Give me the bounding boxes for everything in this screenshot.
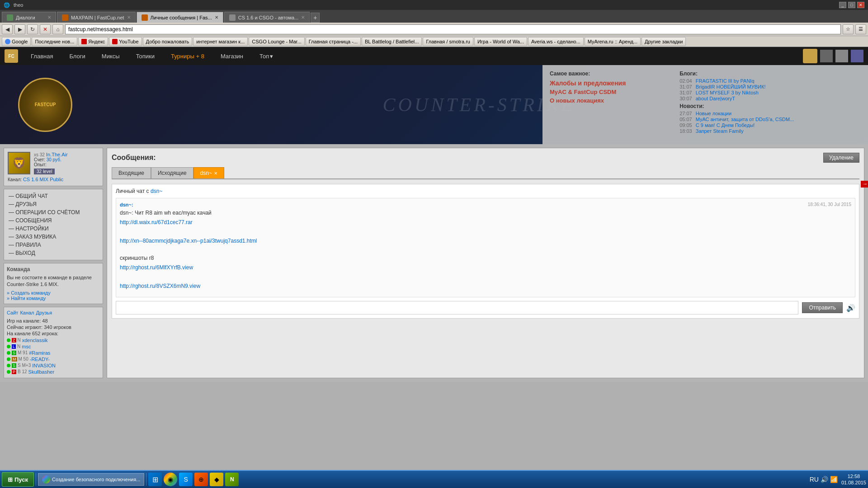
bookmark-welcome[interactable]: Добро пожаловать xyxy=(143,37,193,46)
blog-link-4[interactable]: about Dare|woryT xyxy=(696,96,735,101)
chat-link-1[interactable]: http://dl.waix.ru/67d1cec77.rar xyxy=(120,218,851,227)
stop-button[interactable]: ✕ xyxy=(40,24,51,34)
browser-tab-2[interactable]: MAXPAIN | FastCup.net ✕ xyxy=(57,12,136,23)
important-link-2[interactable]: MyAC & FastCup CSDM xyxy=(550,89,670,95)
taskbar-item-chrome[interactable]: Создание безопасного подключения... xyxy=(38,473,144,486)
player-name-6[interactable]: Skullbasher xyxy=(28,369,54,375)
news-link-1[interactable]: Новые локации xyxy=(696,111,731,116)
menu-muvik[interactable]: — ЗАКАЗ МУВИКА xyxy=(7,233,100,241)
bookmark-yandex[interactable]: Яндекс xyxy=(78,37,108,46)
bookmark-other[interactable]: Другие закладки xyxy=(642,37,686,46)
player-name-5[interactable]: INVASION xyxy=(32,363,56,368)
tab-close-1[interactable]: ✕ xyxy=(47,15,51,20)
taskbar-network-icon[interactable]: 📶 xyxy=(830,476,838,483)
menu-exit[interactable]: — ВЫХОД xyxy=(7,249,100,257)
user-score[interactable]: 30 руб. xyxy=(47,157,61,162)
nav-home[interactable]: Главная xyxy=(27,47,57,65)
user-name-link[interactable]: In.The.Air xyxy=(46,152,68,157)
nav-blogs[interactable]: Блоги xyxy=(66,47,89,65)
chat-user-link[interactable]: dsn~ xyxy=(151,188,162,194)
address-bar[interactable] xyxy=(65,24,841,34)
nav-tournaments[interactable]: Турниры + 8 xyxy=(167,47,208,65)
find-team-link[interactable]: » Найти команду xyxy=(7,296,100,301)
bookmark-main[interactable]: Главная страница -... xyxy=(306,37,361,46)
send-button[interactable]: Отправить xyxy=(802,302,843,313)
tab-dsn-close-icon[interactable]: ✕ xyxy=(214,171,217,176)
chat-link-2[interactable]: http://xn--80acmmcjdjkaga7e.xn--p1ai/3tw… xyxy=(120,237,851,245)
menu-account[interactable]: — ОПЕРАЦИИ СО СЧЁТОМ xyxy=(7,208,100,216)
back-button[interactable]: ◀ xyxy=(2,24,13,34)
important-link-1[interactable]: Жалобы и предложения xyxy=(550,80,670,87)
app-ie[interactable]: ⊞ xyxy=(148,473,162,486)
chat-link-3[interactable]: http://rghost.ru/6MlfXYrfB.view xyxy=(120,263,851,272)
app-paint[interactable]: ◆ xyxy=(210,473,223,486)
close-button[interactable]: ✕ xyxy=(857,2,864,8)
channel-tab-friends[interactable]: Друзья xyxy=(36,310,52,315)
tab-incoming[interactable]: Входящие xyxy=(112,167,151,178)
news-link-3[interactable]: С 9 мая! С Днем Победы! xyxy=(696,122,755,128)
browser-tab-3[interactable]: Личные сообщения | Fas... ✕ xyxy=(137,12,223,23)
nav-shop[interactable]: Магазин xyxy=(217,47,247,65)
app-chrome[interactable]: ◉ xyxy=(164,473,177,486)
important-link-3[interactable]: О новых локациях xyxy=(550,97,670,104)
nav-topics[interactable]: Топики xyxy=(132,47,158,65)
app-nvidia[interactable]: N xyxy=(225,473,239,486)
menu-chat[interactable]: — ОБЩИЙ ЧАТ xyxy=(7,192,100,200)
menu-messages[interactable]: — СООБЩЕНИЯ xyxy=(7,216,100,225)
browser-tab-4[interactable]: CS 1.6 и CSGO - автома... ✕ xyxy=(224,12,310,23)
player-name-3[interactable]: #Ramiras xyxy=(29,350,50,356)
chat-sender-1[interactable]: dsn~: xyxy=(120,202,133,207)
delete-button[interactable]: Удаление xyxy=(823,153,859,163)
channel-tab-channel[interactable]: Канал xyxy=(20,310,34,315)
bookmark-news[interactable]: Последние нов... xyxy=(32,37,77,46)
browser-tab-1[interactable]: Диалоги ✕ xyxy=(2,12,56,23)
app-skype[interactable]: S xyxy=(179,473,193,486)
channel-tab-site[interactable]: Сайт xyxy=(7,310,18,315)
bookmark-averia[interactable]: Averia.ws - сделано... xyxy=(528,37,584,46)
bookmark-star[interactable]: ☆ xyxy=(843,24,854,34)
tab-close-4[interactable]: ✕ xyxy=(301,15,305,20)
nav-mixes[interactable]: Миксы xyxy=(98,47,123,65)
start-button[interactable]: ⊞ Пуск xyxy=(2,472,34,487)
maximize-button[interactable]: □ xyxy=(848,2,855,8)
blog-link-2[interactable]: BrigadIR НОВЕЙШИЙ МУВИК! xyxy=(696,84,766,89)
chat-input-field[interactable] xyxy=(116,301,798,314)
blog-link-3[interactable]: LOST MYSELF 3 by Niktosh xyxy=(696,90,759,95)
tab-outgoing[interactable]: Исходящие xyxy=(151,167,193,178)
tab-dsn[interactable]: dsn~ ✕ xyxy=(193,167,224,178)
settings-button[interactable]: ☰ xyxy=(855,24,866,34)
bookmark-battlelog[interactable]: BL Battlelog / Battlefiel... xyxy=(362,37,422,46)
tab-close-2[interactable]: ✕ xyxy=(127,15,131,20)
forward-button[interactable]: ▶ xyxy=(14,24,25,34)
bookmark-youtube[interactable]: YouTube xyxy=(109,37,142,46)
tab-close-3[interactable]: ✕ xyxy=(215,15,218,20)
player-name-2[interactable]: msc xyxy=(22,344,31,349)
chat-link-4[interactable]: http://rghost.ru/8VSZX6mN9.view xyxy=(120,282,851,291)
sound-icon[interactable]: 🔊 xyxy=(846,304,855,312)
bookmark-csgo-lounge[interactable]: CSGO Lounge - Mar... xyxy=(249,37,304,46)
notification-tab[interactable]: ! xyxy=(861,181,868,188)
taskbar-volume-icon[interactable]: 🔊 xyxy=(821,476,828,483)
bookmark-smotra[interactable]: Главная / smotra.ru xyxy=(423,37,473,46)
news-link-4[interactable]: Запрет Steam Family xyxy=(696,128,744,134)
home-button[interactable]: ⌂ xyxy=(52,24,63,34)
nav-top[interactable]: Топ▾ xyxy=(256,47,277,65)
player-name-4[interactable]: -READY- xyxy=(30,357,50,362)
app-cs[interactable]: ⊕ xyxy=(194,473,208,486)
menu-friends[interactable]: — ДРУЗЬЯ xyxy=(7,200,100,208)
channel-link[interactable]: CS 1.6 MIX Public xyxy=(23,177,63,182)
player-name-1[interactable]: xdenclassik xyxy=(22,338,48,343)
bookmark-myarena[interactable]: MyArena.ru :: Аренд... xyxy=(585,37,641,46)
chat-messages-container[interactable]: dsn~: 18:36:41, 30 Jul 2015 dsn~: Чит R8… xyxy=(116,198,855,297)
news-link-2[interactable]: MyАС античит, защита от DDoS'а, CSDM... xyxy=(696,117,794,122)
bookmark-google[interactable]: Google xyxy=(2,37,31,46)
menu-settings[interactable]: — НАСТРОЙКИ xyxy=(7,225,100,233)
bookmark-wow[interactable]: Игра - World of Wa... xyxy=(474,37,527,46)
menu-rules[interactable]: — ПРАВИЛА xyxy=(7,241,100,249)
reload-button[interactable]: ↻ xyxy=(27,24,38,34)
blog-link-1[interactable]: FRAGTASTIC III by PANIq xyxy=(696,78,755,84)
create-team-link[interactable]: » Создать команду xyxy=(7,290,100,296)
new-tab-button[interactable]: + xyxy=(311,13,320,23)
minimize-button[interactable]: _ xyxy=(839,2,846,8)
bookmark-shop[interactable]: интернет магазин к... xyxy=(193,37,248,46)
